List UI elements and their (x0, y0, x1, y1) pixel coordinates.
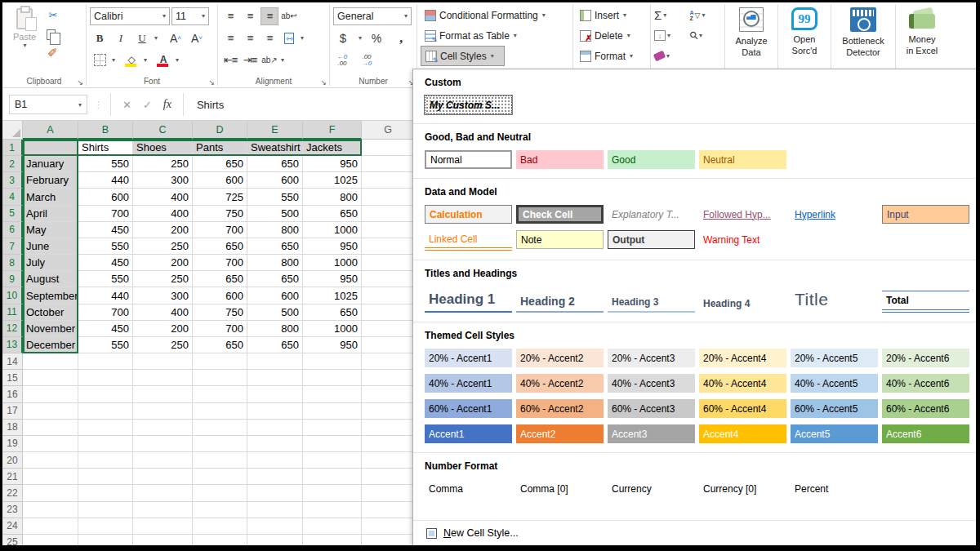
cell-style-40-accent1[interactable]: 40% - Accent1 (425, 374, 512, 393)
cell-D19[interactable] (193, 436, 247, 452)
cell-C15[interactable] (133, 370, 193, 386)
cell-style-20-accent6[interactable]: 20% - Accent6 (882, 349, 969, 367)
cell-A14[interactable] (23, 353, 78, 370)
cell-A20[interactable] (23, 452, 78, 469)
cell-C9[interactable]: 250 (133, 271, 193, 287)
insert-function-icon[interactable]: fx (163, 98, 172, 111)
cell-F15[interactable] (303, 370, 362, 386)
cell-C25[interactable] (133, 535, 193, 545)
cell-style-calculation[interactable]: Calculation (425, 205, 512, 224)
row-header-6[interactable]: 6 (2, 222, 23, 238)
percent-style-button[interactable]: % (367, 29, 386, 48)
cell-style-good[interactable]: Good (608, 150, 695, 169)
cell-style-bad[interactable]: Bad (516, 150, 604, 169)
cell-G25[interactable] (362, 535, 415, 545)
cell-G24[interactable] (362, 518, 415, 535)
cell-C22[interactable] (133, 485, 193, 501)
cell-style-warning-text[interactable]: Warning Text (699, 230, 786, 249)
cell-D7[interactable]: 650 (193, 238, 247, 255)
cell-style-60-accent5[interactable]: 60% - Accent5 (791, 399, 878, 418)
row-header-17[interactable]: 17 (2, 403, 23, 420)
cell-style-check-cell[interactable]: Check Cell (516, 205, 604, 224)
cell-E5[interactable]: 500 (247, 206, 303, 222)
row-header-22[interactable]: 22 (2, 485, 23, 501)
cell-D25[interactable] (193, 535, 247, 545)
cell-G2[interactable] (362, 156, 415, 172)
cell-B11[interactable]: 700 (78, 304, 133, 321)
cell-F13[interactable]: 950 (303, 337, 362, 353)
cell-D15[interactable] (193, 370, 247, 386)
cell-style-accent1[interactable]: Accent1 (425, 424, 512, 443)
cell-C10[interactable]: 300 (133, 287, 193, 304)
cell-B8[interactable]: 450 (78, 255, 133, 271)
find-select-button[interactable]: ⚲▾ (690, 25, 722, 46)
cancel-icon[interactable]: ✕ (122, 99, 131, 111)
cell-E18[interactable] (247, 420, 303, 436)
column-header-E[interactable]: E (247, 121, 303, 140)
cell-D18[interactable] (193, 420, 247, 436)
row-header-10[interactable]: 10 (2, 287, 23, 304)
row-header-16[interactable]: 16 (2, 386, 23, 402)
cell-A8[interactable]: July (23, 255, 78, 271)
cell-G8[interactable] (362, 255, 415, 271)
cell-B22[interactable] (78, 485, 133, 501)
cell-style-accent4[interactable]: Accent4 (699, 424, 786, 443)
cell-D10[interactable]: 600 (193, 287, 247, 304)
align-center-button[interactable]: ≡ (241, 29, 259, 47)
cell-B23[interactable] (78, 502, 133, 518)
fill-color-button[interactable] (122, 51, 141, 70)
bottom-align-button[interactable]: ≡ (261, 7, 278, 25)
row-header-23[interactable]: 23 (2, 502, 23, 518)
cell-style-accent5[interactable]: Accent5 (791, 424, 878, 443)
cell-D6[interactable]: 700 (193, 222, 247, 238)
cell-G1[interactable] (362, 140, 415, 156)
cell-E4[interactable]: 550 (247, 189, 303, 205)
cell-A17[interactable] (23, 403, 78, 420)
cell-A24[interactable] (23, 518, 78, 535)
cell-B4[interactable]: 600 (78, 189, 133, 205)
cell-style-20-accent4[interactable]: 20% - Accent4 (699, 349, 786, 367)
cell-D14[interactable] (193, 353, 247, 370)
cell-style-title[interactable]: Title (791, 287, 878, 313)
cell-F10[interactable]: 1025 (303, 287, 362, 304)
cell-E13[interactable]: 650 (247, 337, 303, 353)
cell-E17[interactable] (247, 403, 303, 420)
cell-A23[interactable] (23, 502, 78, 518)
cell-E9[interactable]: 650 (247, 271, 303, 287)
cell-E8[interactable]: 800 (247, 255, 303, 271)
cell-F4[interactable]: 800 (303, 189, 362, 205)
cell-B1[interactable]: Shirts (78, 140, 133, 156)
cell-A15[interactable] (23, 370, 78, 386)
row-header-3[interactable]: 3 (2, 172, 23, 189)
cell-B9[interactable]: 550 (78, 271, 133, 287)
column-header-G[interactable]: G (362, 121, 415, 140)
cell-C23[interactable] (133, 502, 193, 518)
format-cells-button[interactable]: Format ▾ (577, 46, 647, 66)
decrease-decimal-button[interactable]: .00→0 (358, 54, 376, 67)
align-left-button[interactable]: ≡ (221, 29, 239, 47)
cell-E10[interactable]: 600 (247, 287, 303, 304)
cell-D11[interactable]: 750 (193, 304, 247, 321)
cell-B3[interactable]: 440 (78, 172, 133, 189)
cell-style-output[interactable]: Output (608, 230, 695, 249)
cell-A16[interactable] (23, 386, 78, 402)
row-header-12[interactable]: 12 (2, 321, 23, 337)
cell-G9[interactable] (362, 271, 415, 287)
cell-E25[interactable] (247, 535, 303, 545)
cell-E16[interactable] (247, 386, 303, 402)
cell-C13[interactable]: 250 (133, 337, 193, 353)
cell-style-my-custom-s[interactable]: My Custom S... (425, 96, 512, 114)
cell-D17[interactable] (193, 403, 247, 420)
row-header-19[interactable]: 19 (2, 436, 23, 452)
cell-F8[interactable]: 1000 (303, 255, 362, 271)
cell-D24[interactable] (193, 518, 247, 535)
cell-E15[interactable] (247, 370, 303, 386)
cell-style-note[interactable]: Note (516, 230, 604, 249)
new-cell-style-item[interactable]: New Cell Style... (413, 520, 976, 545)
cell-D8[interactable]: 700 (193, 255, 247, 271)
cell-D9[interactable]: 650 (193, 271, 247, 287)
cell-F1[interactable]: Jackets (303, 140, 362, 156)
cell-E12[interactable]: 800 (247, 321, 303, 337)
cell-D1[interactable]: Pants (193, 140, 247, 156)
cell-G4[interactable] (362, 189, 415, 205)
